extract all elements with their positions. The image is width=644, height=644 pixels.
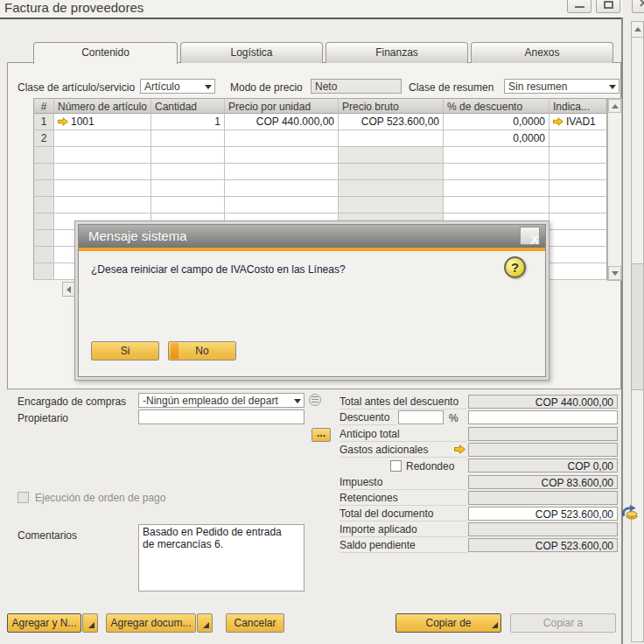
- encargado-label: Encargado de compras: [18, 396, 126, 408]
- table-scroll-down-button[interactable]: [608, 266, 621, 280]
- table-scroll-up-button[interactable]: [608, 99, 621, 113]
- window-titlebar: Factura de proveedores: [0, 0, 623, 18]
- clase-articulo-select[interactable]: Artículo: [140, 79, 215, 94]
- ejecucion-checkbox: [18, 492, 29, 503]
- arrow-left-icon: [66, 286, 71, 293]
- arrow-up-icon: [634, 27, 641, 32]
- close-icon: X: [530, 231, 539, 248]
- total-doc-label: Total del documento: [340, 506, 467, 522]
- retenciones-label: Retenciones: [340, 490, 467, 506]
- payment-means-icon[interactable]: [620, 504, 639, 522]
- copiar-de-button[interactable]: Copiar de: [396, 613, 501, 633]
- retenciones-field: [468, 491, 618, 505]
- chevron-down-icon: [609, 85, 616, 89]
- redondeo-field: COP 0,00: [468, 458, 618, 472]
- descuento-amount-input[interactable]: [468, 410, 618, 424]
- clase-resumen-select[interactable]: Sin resumen: [504, 79, 620, 94]
- maximize-icon: [604, 1, 613, 9]
- chevron-down-icon: [294, 399, 301, 403]
- col-precio-unidad[interactable]: Precio por unidad: [225, 98, 339, 114]
- gastos-label: Gastos adicionales: [340, 442, 467, 458]
- table-row-empty: [33, 164, 607, 180]
- comentarios-label: Comentarios: [18, 529, 77, 542]
- copiar-a-button[interactable]: Copiar a: [510, 613, 616, 633]
- agregar-documento-dropdown-button[interactable]: [197, 613, 213, 633]
- table-row-empty: [33, 180, 607, 197]
- anticipo-label: Anticipo total: [340, 426, 467, 442]
- help-question-icon[interactable]: ?: [504, 256, 526, 278]
- close-button[interactable]: ✕: [632, 0, 644, 13]
- col-descuento[interactable]: % de descuento: [444, 98, 550, 114]
- descuento-label: Descuento: [340, 410, 397, 425]
- agregar-nuevo-dropdown-button[interactable]: [82, 613, 98, 633]
- anticipo-browse-button[interactable]: ...: [312, 428, 331, 442]
- arrow-up-icon: [612, 104, 619, 108]
- system-message-dialog: Mensaje sistema X ¿Desea reiniciar el ca…: [74, 220, 550, 381]
- corner-triangle-icon: [203, 622, 209, 628]
- table-vertical-scrollbar[interactable]: [607, 98, 622, 281]
- col-cantidad[interactable]: Cantidad: [151, 98, 225, 114]
- tab-logistica[interactable]: Logística: [180, 42, 323, 63]
- descuento-percent-input[interactable]: [398, 410, 444, 424]
- link-arrow-icon[interactable]: [553, 117, 564, 126]
- ejecucion-label: Ejecución de orden de pago: [35, 492, 165, 504]
- corner-triangle-icon: [88, 622, 94, 628]
- encargado-select[interactable]: -Ningún empleado del depart: [138, 393, 304, 408]
- table-row-empty: [33, 197, 607, 214]
- maximize-button[interactable]: [596, 0, 620, 13]
- arrow-down-icon: [612, 271, 619, 276]
- table-row: 1 1001 1 COP 440.000,00 COP 523.600,00 0…: [33, 114, 607, 130]
- dialog-yes-button[interactable]: Si: [91, 341, 159, 360]
- focus-stripe: [171, 343, 178, 359]
- importe-field: [468, 522, 618, 536]
- anticipo-field: [468, 427, 618, 441]
- agregar-nuevo-button[interactable]: Agregar y N...: [7, 613, 81, 633]
- window-title: Factura de proveedores: [4, 0, 144, 15]
- clase-resumen-label: Clase de resumen: [409, 81, 494, 94]
- dialog-title: Mensaje sistema: [88, 228, 187, 243]
- total-antes-field: COP 440.000,00: [468, 395, 618, 409]
- redondeo-checkbox[interactable]: [390, 460, 402, 472]
- dialog-titlebar[interactable]: Mensaje sistema X: [79, 225, 545, 248]
- tab-finanzas[interactable]: Finanzas: [326, 42, 468, 63]
- table-row-empty: [33, 147, 607, 164]
- tab-anexos[interactable]: Anexos: [471, 42, 613, 63]
- table-header-row: # Número de artículo Cantidad Precio por…: [33, 98, 607, 114]
- selection-list-icon[interactable]: [309, 394, 321, 406]
- total-doc-field[interactable]: COP 523.600,00: [468, 507, 618, 521]
- close-icon: ✕: [639, 0, 644, 10]
- modo-precio-field: Neto: [311, 79, 402, 94]
- table-row: 2 0,0000: [33, 130, 607, 147]
- dialog-close-button[interactable]: X: [520, 227, 540, 245]
- cancelar-button[interactable]: Cancelar: [226, 613, 284, 633]
- link-arrow-icon[interactable]: [454, 444, 466, 454]
- link-arrow-icon[interactable]: [58, 117, 68, 126]
- col-precio-bruto[interactable]: Precio bruto: [339, 98, 444, 114]
- col-indicador[interactable]: Indica...: [550, 98, 607, 114]
- clase-articulo-label: Clase de artículo/servicio: [18, 81, 135, 94]
- scrollbar-thumb[interactable]: [632, 263, 643, 390]
- saldo-field: COP 523.600,00: [468, 538, 618, 552]
- redondeo-label: Redondeo: [406, 460, 454, 472]
- agregar-documento-button[interactable]: Agregar docum...: [106, 613, 196, 633]
- app-window: Factura de proveedores ✕ Contenido Logís…: [0, 0, 644, 644]
- propietario-input[interactable]: [138, 410, 304, 424]
- saldo-label: Saldo pendiente: [340, 537, 467, 553]
- col-articulo[interactable]: Número de artículo: [54, 98, 151, 114]
- minimize-icon: [575, 6, 584, 8]
- impuesto-field: COP 83.600,00: [468, 475, 618, 489]
- background-scrollbar[interactable]: [631, 21, 644, 642]
- chevron-down-icon: [205, 85, 212, 89]
- total-antes-label: Total antes del descuento: [340, 394, 467, 410]
- col-num[interactable]: #: [33, 98, 54, 114]
- modo-precio-label: Modo de precio: [230, 81, 303, 94]
- minimize-button[interactable]: [567, 0, 592, 13]
- dialog-message: ¿Desea reiniciar el campo de IVACosto en…: [91, 263, 346, 276]
- dialog-no-button[interactable]: No: [168, 341, 236, 360]
- corner-triangle-icon: [492, 622, 498, 628]
- gastos-field: [468, 443, 618, 457]
- propietario-label: Propietario: [18, 412, 68, 424]
- tab-contenido[interactable]: Contenido: [33, 42, 178, 64]
- comentarios-textarea[interactable]: Basado en Pedido de entrada de mercancía…: [138, 524, 304, 592]
- scroll-up-button[interactable]: [632, 22, 643, 38]
